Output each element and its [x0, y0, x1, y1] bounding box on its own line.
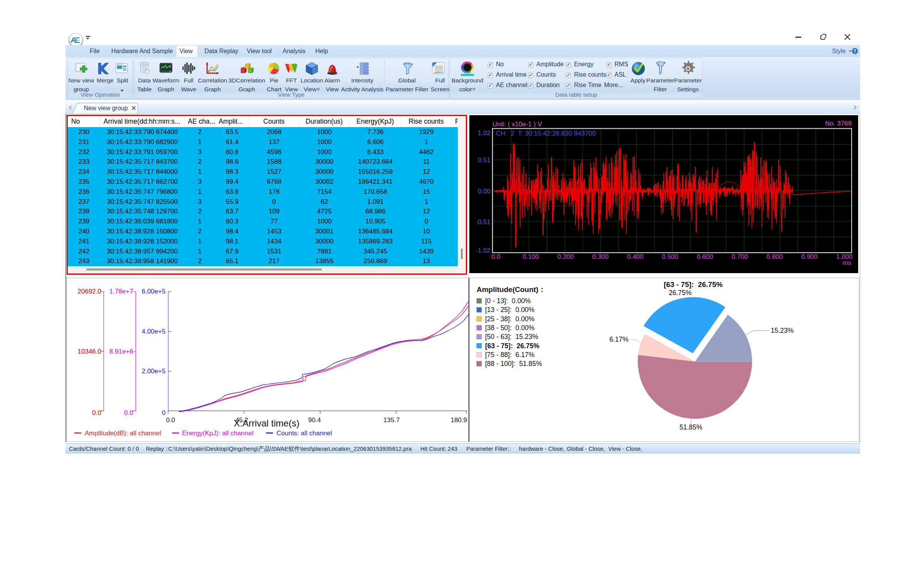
svg-text:0.0: 0.0 — [491, 253, 500, 260]
svg-text:Amplitude(Count)：: Amplitude(Count)： — [477, 285, 546, 294]
svg-text:1.02: 1.02 — [478, 129, 490, 137]
svg-text:0.0: 0.0 — [124, 409, 133, 416]
svg-text:1.78e+7: 1.78e+7 — [109, 288, 133, 295]
svg-text:[13 - 25]: 0.00%: [13 - 25]: 0.00% — [485, 306, 534, 314]
svg-text:0.600: 0.600 — [697, 253, 713, 260]
svg-text:0.700: 0.700 — [732, 253, 748, 260]
svg-text:90.4: 90.4 — [308, 416, 321, 424]
svg-text:26.75%: 26.75% — [669, 289, 691, 297]
svg-text:No. 3769: No. 3769 — [825, 120, 852, 127]
svg-text:0.900: 0.900 — [801, 253, 818, 260]
svg-text:-1.02: -1.02 — [475, 247, 490, 254]
svg-text:[75 - 88]: 6.17%: [75 - 88]: 6.17% — [485, 351, 534, 359]
svg-text:pattern: pattern — [434, 70, 443, 74]
svg-text:15.23%: 15.23% — [771, 327, 793, 334]
svg-text:0: 0 — [162, 409, 166, 416]
svg-text:X:Arrival time(s): X:Arrival time(s) — [234, 418, 300, 428]
svg-text:[63 - 75]: 26.75%: [63 - 75]: 26.75% — [664, 280, 723, 289]
svg-text:0.800: 0.800 — [767, 253, 783, 260]
svg-text:51.85%: 51.85% — [680, 423, 702, 431]
svg-text:0.200: 0.200 — [557, 253, 574, 260]
svg-text:Energy(KpJ): all channel: Energy(KpJ): all channel — [182, 430, 253, 437]
svg-text:[25 - 38]: 0.00%: [25 - 38]: 0.00% — [485, 315, 534, 323]
svg-text:20692.0: 20692.0 — [78, 288, 101, 295]
svg-text:10346.0: 10346.0 — [78, 348, 101, 355]
svg-text:-0.51: -0.51 — [475, 218, 490, 226]
svg-text:4.00e+5: 4.00e+5 — [142, 328, 166, 335]
svg-text:[63 - 75]: 26.75%: [63 - 75]: 26.75% — [485, 342, 539, 350]
svg-text:[0 - 13]: 0.00%: [0 - 13]: 0.00% — [485, 297, 531, 305]
svg-text:[50 - 63]: 15.23%: [50 - 63]: 15.23% — [485, 333, 538, 341]
svg-text:180.9: 180.9 — [450, 416, 467, 424]
svg-text:2.00e+5: 2.00e+5 — [142, 368, 166, 375]
svg-text:0.0: 0.0 — [166, 416, 175, 424]
svg-text:8.91e+6: 8.91e+6 — [109, 348, 133, 355]
svg-text:6.00e+5: 6.00e+5 — [142, 288, 166, 295]
svg-text:Counts: all channel: Counts: all channel — [276, 430, 332, 437]
svg-text:ms: ms — [842, 259, 851, 267]
svg-text:CH: 2 T: 30:15:42:28:830 843: CH: 2 T: 30:15:42:28:830 843700 — [496, 130, 596, 137]
svg-text:0.0: 0.0 — [92, 409, 101, 416]
svg-text:?: ? — [854, 49, 856, 54]
svg-text:0.00: 0.00 — [478, 188, 490, 195]
svg-text:[88 - 100]: 51.85%: [88 - 100]: 51.85% — [485, 360, 542, 368]
svg-text:0.51: 0.51 — [478, 156, 490, 164]
svg-text:0.100: 0.100 — [522, 253, 539, 260]
svg-text:Amplitude(dB): all channel: Amplitude(dB): all channel — [85, 430, 161, 437]
svg-text:0.500: 0.500 — [662, 253, 678, 260]
svg-text:Unit: ( x10e-1 ) V: Unit: ( x10e-1 ) V — [492, 121, 542, 128]
svg-text:[38 - 50]: 0.00%: [38 - 50]: 0.00% — [485, 324, 534, 332]
svg-text:6.17%: 6.17% — [609, 336, 629, 343]
svg-text:135.7: 135.7 — [383, 416, 400, 424]
svg-text:0.300: 0.300 — [592, 253, 609, 260]
svg-text:0.400: 0.400 — [627, 253, 644, 260]
